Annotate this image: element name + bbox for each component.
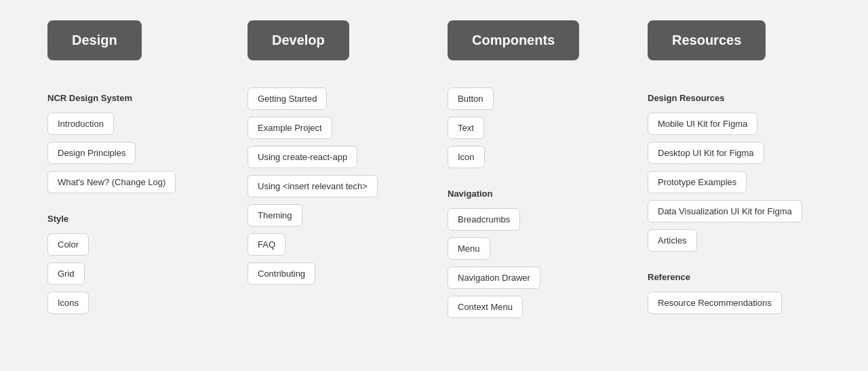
section-group: Design ResourcesMobile UI Kit for FigmaD… — [648, 93, 821, 258]
nav-item[interactable]: Prototype Examples — [648, 171, 747, 193]
nav-item[interactable]: Getting Started — [248, 87, 327, 110]
column-resources: ResourcesDesign ResourcesMobile UI Kit f… — [634, 20, 834, 338]
header-develop[interactable]: Develop — [248, 20, 349, 60]
nav-item[interactable]: Navigation Drawer — [448, 267, 540, 289]
nav-item[interactable]: Mobile UI Kit for Figma — [648, 113, 757, 135]
nav-item[interactable]: Icons — [47, 292, 89, 314]
section-group: ButtonTextIcon — [448, 87, 620, 175]
section-group: ReferenceResource Recommendations — [648, 272, 821, 321]
header-components[interactable]: Components — [448, 20, 579, 60]
section-group: Getting StartedExample ProjectUsing crea… — [248, 87, 420, 292]
nav-item[interactable]: Button — [448, 87, 494, 110]
nav-item[interactable]: Text — [448, 117, 484, 139]
column-design: DesignNCR Design SystemIntroductionDesig… — [34, 20, 234, 338]
nav-items-list: Getting StartedExample ProjectUsing crea… — [248, 87, 420, 292]
section-label: Style — [47, 214, 220, 224]
nav-item[interactable]: Breadcrumbs — [448, 208, 520, 231]
nav-items-list: IntroductionDesign PrinciplesWhat's New?… — [47, 113, 220, 200]
section-label: Reference — [648, 272, 821, 282]
header-design[interactable]: Design — [47, 20, 142, 60]
section-label: NCR Design System — [47, 93, 220, 103]
section-group: NavigationBreadcrumbsMenuNavigation Draw… — [448, 189, 620, 325]
nav-item[interactable]: Icon — [448, 146, 485, 168]
nav-item[interactable]: FAQ — [248, 233, 285, 256]
nav-item[interactable]: What's New? (Change Log) — [47, 171, 176, 193]
nav-items-list: Mobile UI Kit for FigmaDesktop UI Kit fo… — [648, 113, 821, 258]
nav-item[interactable]: Data Visualization UI Kit for Figma — [648, 200, 802, 222]
nav-item[interactable]: Introduction — [47, 113, 114, 135]
nav-item[interactable]: Menu — [448, 237, 490, 260]
nav-item[interactable]: Theming — [248, 204, 302, 227]
nav-item[interactable]: Desktop UI Kit for Figma — [648, 142, 764, 164]
nav-items-list: Resource Recommendations — [648, 292, 821, 321]
section-label: Design Resources — [648, 93, 821, 103]
nav-item[interactable]: Using create-react-app — [248, 146, 357, 168]
nav-item[interactable]: Resource Recommendations — [648, 292, 782, 314]
page-container: DesignNCR Design SystemIntroductionDesig… — [0, 0, 868, 359]
section-label: Navigation — [448, 189, 620, 199]
column-develop: DevelopGetting StartedExample ProjectUsi… — [234, 20, 434, 338]
nav-item[interactable]: Example Project — [248, 117, 332, 139]
nav-item[interactable]: Context Menu — [448, 296, 523, 318]
nav-items-list: BreadcrumbsMenuNavigation DrawerContext … — [448, 208, 620, 325]
nav-items-list: ButtonTextIcon — [448, 87, 620, 175]
nav-item[interactable]: Using <insert relevant tech> — [248, 175, 378, 197]
nav-item[interactable]: Design Principles — [47, 142, 136, 164]
column-components: ComponentsButtonTextIconNavigationBreadc… — [434, 20, 634, 338]
nav-item[interactable]: Grid — [47, 262, 85, 285]
section-group: StyleColorGridIcons — [47, 214, 220, 321]
header-resources[interactable]: Resources — [648, 20, 766, 60]
nav-items-list: ColorGridIcons — [47, 233, 220, 321]
nav-item[interactable]: Color — [47, 233, 89, 256]
nav-item[interactable]: Contributing — [248, 262, 315, 285]
nav-item[interactable]: Articles — [648, 229, 697, 252]
section-group: NCR Design SystemIntroductionDesign Prin… — [47, 93, 220, 200]
